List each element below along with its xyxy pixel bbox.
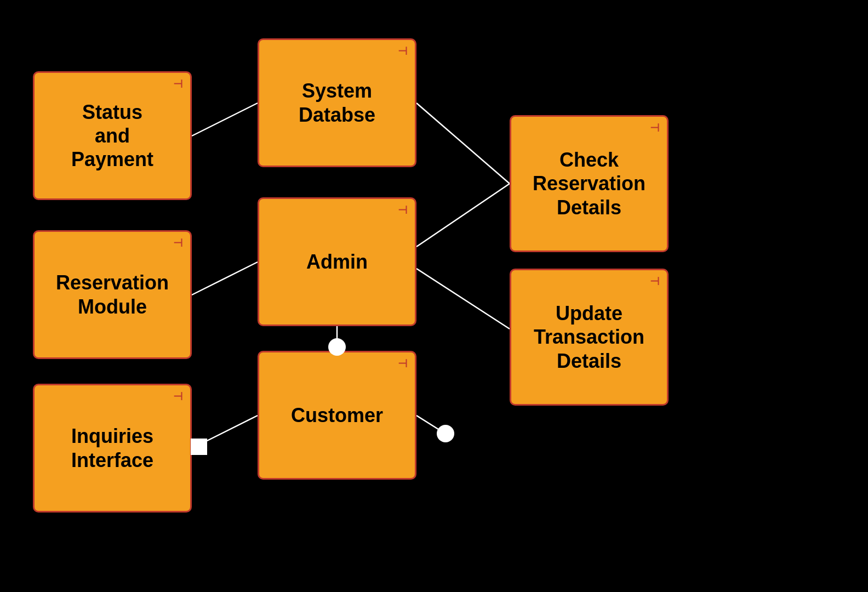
check-reservation-details-box: ⊣ Check Reservation Details: [510, 115, 669, 252]
dot-admin: [328, 338, 346, 356]
admin-icon: ⊣: [394, 203, 410, 217]
customer-label: Customer: [291, 403, 383, 427]
reservation-module-box: ⊣ Reservation Module: [33, 230, 192, 359]
status-payment-label: Status and Payment: [71, 100, 153, 172]
check-reservation-icon: ⊣: [646, 121, 663, 134]
system-database-icon: ⊣: [394, 44, 410, 58]
check-reservation-label: Check Reservation Details: [533, 148, 646, 219]
admin-label: Admin: [306, 250, 368, 274]
update-transaction-label: Update Transaction Details: [534, 301, 644, 373]
inquiries-interface-box: ⊣ Inquiries Interface: [33, 384, 192, 513]
svg-line-7: [416, 103, 510, 184]
inquiries-interface-icon: ⊣: [169, 390, 186, 403]
system-database-label: System Databse: [299, 79, 375, 126]
customer-icon: ⊣: [394, 357, 410, 370]
status-payment-icon: ⊣: [169, 77, 186, 90]
dot-customer: [437, 425, 454, 442]
svg-line-6: [416, 269, 510, 329]
status-payment-box: ⊣ Status and Payment: [33, 71, 192, 200]
update-transaction-details-box: ⊣ Update Transaction Details: [510, 269, 669, 406]
diagram-container: ⊣ Status and Payment ⊣ Reservation Modul…: [0, 0, 868, 592]
svg-line-0: [192, 103, 258, 136]
customer-box: ⊣ Customer: [258, 351, 416, 480]
inquiries-interface-label: Inquiries Interface: [71, 424, 153, 471]
reservation-module-label: Reservation Module: [56, 271, 169, 318]
svg-line-1: [192, 262, 258, 295]
system-database-box: ⊣ System Databse: [258, 38, 416, 167]
update-transaction-icon: ⊣: [646, 275, 663, 288]
square-inquiries: [191, 439, 207, 455]
admin-box: ⊣ Admin: [258, 197, 416, 326]
svg-line-5: [416, 184, 510, 247]
reservation-module-icon: ⊣: [169, 236, 186, 249]
